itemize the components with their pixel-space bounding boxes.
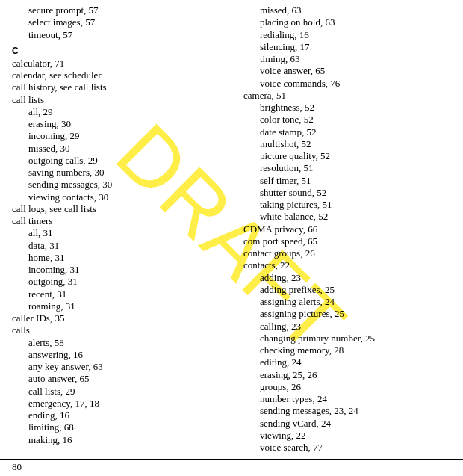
index-subentry: data, 31 [28,240,220,252]
index-subentry: call lists, 29 [28,386,220,398]
index-page: secure prompt, 57select images, 57timeou… [0,0,463,459]
index-subentry: select images, 57 [28,16,220,28]
index-subentry: missed, 63 [260,4,451,16]
index-subentry: self timer, 51 [260,175,451,187]
index-subentry: making, 16 [28,434,220,446]
index-entry: call history, see call lists [12,81,220,93]
index-entry: call logs, see call lists [12,203,220,215]
index-subentry: all, 29 [28,106,220,118]
index-entry: caller IDs, 35 [12,312,220,324]
index-subentry: assigning pictures, 25 [260,308,451,320]
index-subentry: timing, 63 [260,53,451,65]
index-entry: contact groups, 26 [243,247,451,259]
index-entry: calls [12,324,220,336]
index-subentry: checking memory, 28 [260,344,451,356]
index-subentry: recent, 31 [28,288,220,300]
index-subentry: groups, 26 [260,381,451,393]
index-subentry: viewing, 22 [260,430,451,442]
index-subentry: answering, 16 [28,349,220,361]
index-subentry: color tone, 52 [260,114,451,126]
index-subentry: brightness, 52 [260,102,451,114]
index-subentry: limiting, 68 [28,421,220,433]
index-subentry: adding prefixes, 25 [260,284,451,296]
index-subentry: silencing, 17 [260,41,451,53]
index-subentry: roaming, 31 [28,300,220,312]
index-entry: com port speed, 65 [243,235,451,247]
index-subentry: home, 31 [28,252,220,264]
index-subentry: secure prompt, 57 [28,4,220,16]
index-subentry: outgoing calls, 29 [28,155,220,167]
index-subentry: missed, 30 [28,143,220,155]
index-entry: calculator, 71 [12,58,220,69]
index-subentry: shutter sound, 52 [260,187,451,199]
index-subentry: taking pictures, 51 [260,199,451,211]
index-subentry: incoming, 29 [28,130,220,142]
page-number: 80 [12,461,22,472]
index-subentry: erasing, 30 [28,118,220,130]
index-subentry: erasing, 25, 26 [260,369,451,381]
index-subentry: assigning alerts, 24 [260,296,451,308]
index-subentry: any key answer, 63 [28,361,220,373]
index-subentry: sending messages, 23, 24 [260,405,451,417]
index-subentry: calling, 23 [260,321,451,333]
index-subentry: saving numbers, 30 [28,167,220,179]
index-subentry: viewing contacts, 30 [28,191,220,203]
index-subentry: number types, 24 [260,393,451,405]
index-subentry: redialing, 16 [260,29,451,41]
index-column-right: missed, 63placing on hold, 63redialing, … [243,4,451,459]
index-subentry: adding, 23 [260,272,451,284]
index-entry: call lists [12,94,220,106]
index-subentry: auto answer, 65 [28,373,220,385]
page-footer: 80 [0,459,463,476]
index-subentry: voice search, 77 [260,442,451,454]
index-subentry: voice commands, 76 [260,78,451,90]
index-subentry: placing on hold, 63 [260,16,451,28]
index-subentry: resolution, 51 [260,162,451,174]
index-subentry: emergency, 17, 18 [28,398,220,409]
index-subentry: all, 31 [28,227,220,239]
index-subentry: voice answer, 65 [260,65,451,77]
index-subentry: alerts, 58 [28,337,220,349]
index-subentry: incoming, 31 [28,264,220,276]
index-entry: contacts, 22 [243,259,451,271]
index-subentry: sending messages, 30 [28,179,220,191]
index-column-left: secure prompt, 57select images, 57timeou… [12,4,220,459]
index-entry: CDMA privacy, 66 [243,223,451,235]
index-entry: camera, 51 [243,90,451,102]
index-subentry: white balance, 52 [260,211,451,223]
index-subentry: picture quality, 52 [260,150,451,162]
index-subentry: changing primary number, 25 [260,333,451,344]
index-subentry: ending, 16 [28,409,220,421]
index-subentry: date stamp, 52 [260,126,451,138]
index-subentry: multishot, 52 [260,138,451,150]
index-entry: call timers [12,215,220,227]
index-subentry: timeout, 57 [28,29,220,41]
index-entry: calendar, see scheduler [12,69,220,81]
index-subentry: sending vCard, 24 [260,418,451,430]
index-subentry: outgoing, 31 [28,276,220,288]
index-letter-heading: C [12,46,220,57]
index-subentry: editing, 24 [260,356,451,368]
